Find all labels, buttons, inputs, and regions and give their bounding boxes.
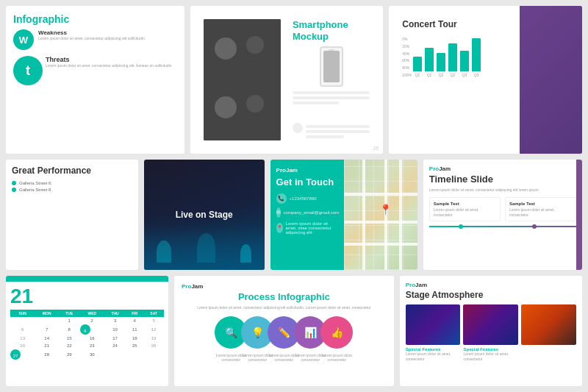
bar-4 [448, 43, 457, 71]
chart-col-3: Q2 [437, 53, 445, 77]
bar-3 [437, 53, 445, 71]
live-title: Live on Stage [176, 210, 233, 220]
chart-col-1: Q1 [413, 57, 422, 77]
perf-dot-2 [12, 188, 16, 192]
timeline-title: Timeline Slide [429, 174, 576, 185]
stage-brand-pro: Pro [406, 282, 415, 288]
chart-y-labels: 100% 80% 60% 40% 20% 0% [402, 37, 413, 77]
cal-header-wed: WED [80, 310, 104, 317]
stage-brand: ProJam [406, 282, 576, 288]
phone-icon: 📞 [276, 193, 287, 204]
tl-box1-body: Lorem ipsum dolor sit amet, consectetur [434, 207, 496, 217]
chart-col-4: Q2 [448, 43, 457, 77]
bar-6 [472, 38, 481, 71]
process-brand-pro: Pro [182, 283, 191, 290]
stage-photo-item-3 [521, 304, 576, 361]
smartphone-num: 26 [373, 146, 379, 151]
contact-brand-pro: Pro [276, 167, 286, 174]
timeline-box-1: Sample Text Lorem ipsum dolor sit amet, … [429, 197, 501, 221]
map-road-h1 [344, 193, 417, 196]
slide-live: Live on Stage [144, 160, 265, 270]
process-circles: 🔍 Lorem ipsum dolorconsectetur 💡 Lorem i… [182, 316, 387, 349]
calendar-teal-bar [6, 276, 168, 282]
cal-header-fri: FRI [126, 310, 143, 317]
stage-photo-item-2: Special Features Lorem ipsum dolor sit a… [463, 304, 518, 361]
smartphone-text-2 [293, 96, 370, 99]
slide-infographic: Infographic W Weakness Lorem ipsum dolor… [6, 6, 184, 154]
timeline-brand-pro: Pro [429, 165, 439, 172]
smartphone-text-3 [293, 101, 339, 104]
smartphone-body-2 [306, 130, 370, 133]
map-road-h3 [344, 243, 417, 246]
perf-text-2: Galleria Street 8. [19, 188, 52, 192]
tl-dot-1 [459, 224, 463, 229]
map-pin: 📍 [379, 204, 392, 215]
bar-2 [425, 48, 434, 71]
map-background: 📍 [344, 160, 417, 270]
threats-text: Threats Lorem ipsum dolor sit amet, cons… [46, 56, 171, 68]
contact-bg: ProJam Get in Touch 📞 +1234567890 ✉ comp… [270, 160, 417, 270]
slide-smartphone: Smartphone Mockup [190, 6, 384, 154]
slide-process: ProJam Process Infographic Lorem ipsum d… [174, 276, 394, 386]
process-circle-5: 👍 Lorem ipsum dolorconsectetur [320, 316, 353, 349]
bar-1 [413, 57, 422, 71]
concert-title: Concert Tour [402, 19, 509, 29]
email-icon: ✉ [276, 207, 281, 218]
stage-caption-text-1: Lorem ipsum dolor sit amet, consectetur [406, 352, 461, 361]
cal-header-sat: SAT [143, 310, 164, 317]
map-road-v3 [399, 160, 402, 270]
calendar-year: 21 [10, 286, 33, 307]
contact-phone-item: 📞 +1234567890 [276, 193, 338, 204]
process-brand: ProJam [182, 283, 387, 290]
threats-icon: t [13, 56, 43, 85]
slide-contact: ProJam Get in Touch 📞 +1234567890 ✉ comp… [270, 160, 417, 270]
perf-title: Great Performance [12, 165, 132, 176]
timeline-brand-jam: Jam [439, 165, 451, 172]
perf-text-1: Galleria Street 6. [19, 181, 52, 185]
tl-box1-title: Sample Text [434, 202, 496, 206]
smartphone-text-1 [293, 91, 370, 94]
stage-photos: Special Features Lorem ipsum dolor sit a… [406, 304, 576, 361]
calendar-table: SUN MON TUE WED THU FRI SAT 12345 678910… [10, 310, 164, 360]
stage-brand-jam: Jam [415, 282, 427, 288]
timeline-box-2: Sample Text Lorem ipsum dolor sit amet, … [505, 197, 576, 221]
stage-caption-text-2: Lorem ipsum dolor sit amet, consectetur [463, 352, 518, 361]
smartphone-body-1 [306, 125, 370, 128]
process-brand-jam: Jam [191, 283, 203, 290]
contact-map: 📍 [344, 160, 417, 270]
slide-calendar: 21 SUN MON TUE WED THU FRI SAT 12345 678… [6, 276, 168, 386]
smartphone-title: Smartphone Mockup [293, 19, 370, 42]
tl-box2-body: Lorem ipsum dolor sit amet, consectetur [509, 207, 572, 217]
process-circles-wrapper: 🔍 Lorem ipsum dolorconsectetur 💡 Lorem i… [182, 316, 387, 365]
timeline-body: Lorem ipsum dolor sit amet, consectetur … [429, 188, 576, 193]
stage-photo-3 [521, 304, 576, 345]
weakness-icon: W [13, 29, 34, 50]
cal-week-3: 13141516171819 [10, 335, 164, 342]
perf-item-1: Galleria Street 6. [12, 181, 132, 185]
stage-title: Stage Atmosphere [406, 290, 576, 300]
threats-section: t Threats Lorem ipsum dolor sit amet, co… [13, 56, 177, 85]
row-2: Great Performance Galleria Street 6. Gal… [6, 160, 582, 270]
map-road-h2 [344, 221, 417, 224]
stage-photo-1 [406, 304, 461, 345]
row-1: Infographic W Weakness Lorem ipsum dolor… [6, 6, 582, 154]
location-icon: 📍 [276, 223, 283, 233]
proc-label-5: Lorem ipsum dolorconsectetur [318, 353, 355, 362]
cal-header-mon: MON [35, 310, 59, 317]
cal-week-2: 6789101112 [10, 324, 164, 335]
perf-item-2: Galleria Street 8. [12, 188, 132, 192]
contact-email-item: ✉ company_email@gmail.com [276, 207, 338, 218]
stage-photo-item-1: Special Features Lorem ipsum dolor sit a… [406, 304, 461, 361]
chart-col-5: Q3 [460, 51, 469, 77]
band-photo [204, 19, 281, 140]
timeline-line [429, 226, 576, 227]
bar-5 [460, 51, 469, 71]
timeline-brand: ProJam [429, 165, 576, 172]
live-bg: Live on Stage [144, 160, 265, 270]
map-road-v1 [362, 160, 365, 270]
contact-title: Get in Touch [276, 177, 338, 188]
tl-box2-title: Sample Text [509, 202, 572, 206]
cal-header-tue: TUE [59, 310, 80, 317]
tl-dot-2 [532, 224, 537, 229]
contact-brand-jam: Jam [286, 167, 298, 174]
